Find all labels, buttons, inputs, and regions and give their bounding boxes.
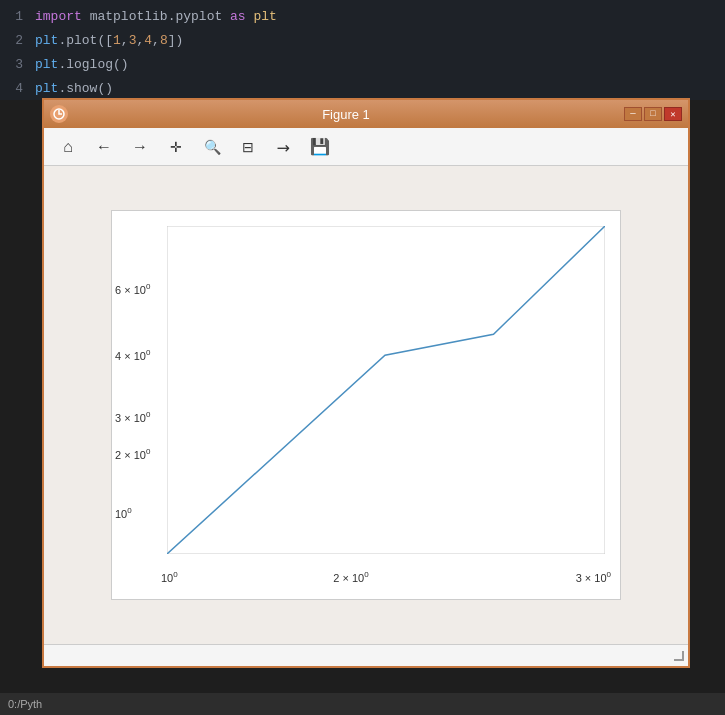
y-axis-label-4: 4 × 100: [115, 348, 150, 362]
figure-statusbar: [44, 644, 688, 666]
figure-window: Figure 1 — □ ✕ ⌂ ← → ✛ 🔍 ⊟ ↗ 💾: [42, 98, 690, 668]
line-number-3: 3: [0, 57, 35, 72]
home-button[interactable]: ⌂: [52, 133, 84, 161]
code-content-4: plt.show(): [35, 81, 113, 96]
code-content-3: plt.loglog(): [35, 57, 129, 72]
close-button[interactable]: ✕: [664, 107, 682, 121]
code-line-3: 3 plt.loglog(): [0, 52, 725, 76]
zoom-button[interactable]: 🔍: [196, 133, 228, 161]
window-controls: — □ ✕: [624, 107, 682, 121]
x-axis-label-3: 3 × 100: [576, 570, 611, 584]
y-axis-label-1: 100: [115, 506, 132, 520]
minimize-button[interactable]: —: [624, 107, 642, 121]
resize-handle[interactable]: [674, 651, 684, 661]
code-line-4: 4 plt.show(): [0, 76, 725, 100]
code-line-2: 2 plt.plot([1,3,4,8]): [0, 28, 725, 52]
line-number-4: 4: [0, 81, 35, 96]
y-axis-label-2: 2 × 100: [115, 447, 150, 461]
x-axis-label-2: 2 × 100: [333, 570, 368, 584]
move-button[interactable]: ✛: [160, 133, 192, 161]
code-content-2: plt.plot([1,3,4,8]): [35, 33, 183, 48]
x-axis-label-1: 100: [161, 570, 178, 584]
line-number-1: 1: [0, 9, 35, 24]
plot-inner: 100 2 × 100 3 × 100 4 × 100 6 × 100 100 …: [167, 226, 605, 554]
code-content-1: import matplotlib.pyplot as plt: [35, 9, 277, 24]
figure-title: Figure 1: [322, 107, 370, 122]
configure-button[interactable]: ⊟: [232, 133, 264, 161]
code-editor: 1 import matplotlib.pyplot as plt 2 plt.…: [0, 0, 725, 100]
status-text: 0:/Pyth: [8, 698, 42, 710]
y-axis-label-3: 3 × 100: [115, 410, 150, 424]
line-number-2: 2: [0, 33, 35, 48]
figure-toolbar: ⌂ ← → ✛ 🔍 ⊟ ↗ 💾: [44, 128, 688, 166]
figure-titlebar: Figure 1 — □ ✕: [44, 100, 688, 128]
code-line-1: 1 import matplotlib.pyplot as plt: [0, 4, 725, 28]
plot-container: 100 2 × 100 3 × 100 4 × 100 6 × 100 100 …: [111, 210, 621, 600]
y-axis-label-5: 6 × 100: [115, 282, 150, 296]
chart-svg: [167, 226, 605, 554]
figure-plot-area: 100 2 × 100 3 × 100 4 × 100 6 × 100 100 …: [44, 166, 688, 644]
screen-statusbar: 0:/Pyth: [0, 693, 725, 715]
back-button[interactable]: ←: [88, 133, 120, 161]
svg-rect-1: [167, 226, 605, 554]
edit-button[interactable]: ↗: [263, 125, 305, 167]
save-button[interactable]: 💾: [304, 133, 336, 161]
figure-app-icon: [50, 105, 68, 123]
maximize-button[interactable]: □: [644, 107, 662, 121]
forward-button[interactable]: →: [124, 133, 156, 161]
